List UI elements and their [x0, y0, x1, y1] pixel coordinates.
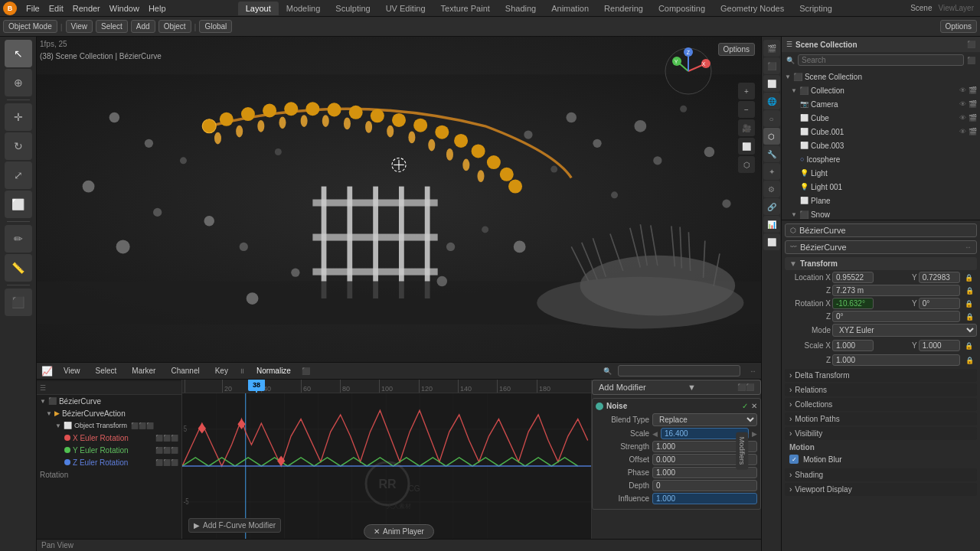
transform-selector[interactable]: Global [199, 20, 232, 33]
tree-render-col[interactable]: 🎬 [969, 86, 977, 94]
tree-item-scene-collection[interactable]: ▼ ⬛ Scene Collection [782, 70, 980, 83]
scene-search-input[interactable] [798, 54, 964, 66]
options-btn[interactable]: Options [940, 20, 977, 33]
select-btn[interactable]: Select [96, 20, 128, 33]
timeline-key-btn[interactable]: Key [211, 366, 233, 376]
tree-eye-cube[interactable]: 👁 [959, 114, 966, 122]
anim-player-btn[interactable]: ✕ Anim Player [364, 524, 434, 539]
menu-help[interactable]: Help [144, 2, 171, 15]
timeline-channel-btn[interactable]: Channel [166, 366, 204, 376]
tree-render-camera[interactable]: 🎬 [969, 100, 977, 108]
noise-enabled-check[interactable]: ✓ [742, 402, 748, 410]
prop-tab-physics[interactable]: ⚙ [763, 181, 780, 197]
channel-beziercurveaction[interactable]: ▼ ▶ BézierCurveAction [37, 407, 181, 419]
channel-beziercurve[interactable]: ▼ ⬛ BézierCurve [37, 395, 181, 407]
influence-value[interactable]: 1.000 [652, 493, 757, 504]
tree-eye-cube001[interactable]: 👁 [959, 128, 966, 135]
viewport-display-header[interactable]: › Viewport Display [785, 483, 977, 496]
prop-tab-object[interactable]: ⬡ [763, 128, 780, 145]
move-tool[interactable]: ✛ [5, 103, 32, 131]
collections-header[interactable]: › Collections [785, 398, 977, 411]
delta-transform-header[interactable]: › Delta Transform [785, 369, 977, 382]
fcurve-graph[interactable]: 20 40 60 80 100 120 140 160 180 38 [182, 380, 591, 539]
scale-y[interactable]: 1.000 [919, 340, 960, 351]
scale-z[interactable]: 1.000 [832, 354, 960, 366]
workspace-sculpting[interactable]: Sculpting [328, 2, 377, 15]
transform-tool[interactable]: ⬜ [5, 191, 32, 218]
timeline-normalize-btn[interactable]: Normalize [252, 366, 296, 376]
timeline-marker-btn[interactable]: Marker [127, 366, 160, 376]
motion-paths-header[interactable]: › Motion Paths [785, 412, 977, 425]
prop-tab-modifiers[interactable]: 🔧 [763, 145, 780, 162]
depth-value[interactable]: 0 [652, 480, 757, 491]
visibility-header[interactable]: › Visibility [785, 427, 977, 440]
add-btn[interactable]: Add [131, 20, 155, 33]
channel-y-euler[interactable]: Y Euler Rotation ⬛⬛⬛ [37, 444, 181, 456]
scale-x[interactable]: 1.000 [832, 340, 874, 351]
scale-tool[interactable]: ⤢ [5, 161, 32, 189]
workspace-compositing[interactable]: Compositing [651, 2, 713, 15]
annotate-tool[interactable]: ✏ [5, 225, 32, 253]
prop-tab-viewlayer[interactable]: ⬜ [763, 75, 780, 92]
tree-item-light[interactable]: 💡 Light [782, 166, 980, 180]
workspace-scripting[interactable]: Scripting [792, 2, 840, 15]
tree-render-cube001[interactable]: 🎬 [969, 128, 977, 135]
data-copy-icon[interactable]: ↔ [965, 243, 972, 251]
tree-item-camera[interactable]: 📷 Camera 👁 🎬 [782, 97, 980, 111]
tree-eye-camera[interactable]: 👁 [959, 100, 966, 108]
timeline-select-btn[interactable]: Select [91, 366, 122, 376]
menu-render[interactable]: Render [68, 2, 105, 15]
prop-tab-render[interactable]: 🎬 [763, 40, 780, 57]
viewport-options-btn[interactable]: Options [718, 43, 755, 56]
location-x[interactable]: 0.95522 [832, 272, 874, 283]
add-cube-tool[interactable]: ⬛ [5, 289, 32, 316]
timeline-search-input[interactable] [618, 365, 740, 377]
zoom-out-btn[interactable]: − [738, 101, 755, 118]
rotate-tool[interactable]: ↻ [5, 132, 32, 160]
noise-close-btn[interactable]: ✕ [751, 402, 757, 410]
prop-tab-material[interactable]: ⬜ [763, 233, 780, 250]
prop-tab-constraints[interactable]: 🔗 [763, 198, 780, 215]
menu-edit[interactable]: Edit [44, 2, 68, 15]
blend-type-select[interactable]: Replace [652, 413, 757, 426]
zoom-in-btn[interactable]: + [738, 83, 755, 99]
add-fcurve-modifier-btn[interactable]: ▶ Add F-Curve Modifier [188, 518, 281, 533]
menu-file[interactable]: File [21, 2, 44, 15]
tree-item-snow[interactable]: ▼ ⬛ Snow [782, 207, 980, 220]
modifiers-tab-label[interactable]: Modifiers [737, 432, 749, 470]
timeline-view-btn[interactable]: View [59, 366, 85, 376]
view-btn[interactable]: View [66, 20, 93, 33]
viewport-3d[interactable]: 1fps, 25 (38) Scene Collection | BézierC… [37, 37, 761, 363]
tree-item-cube003[interactable]: ⬜ Cube.003 [782, 139, 980, 152]
add-modifier-button[interactable]: Add Modifier ▼ ⬛⬛ [592, 380, 761, 395]
location-z[interactable]: 7.273 m [832, 285, 960, 296]
cursor-tool[interactable]: ⊕ [5, 69, 32, 96]
tree-item-plane[interactable]: ⬜ Plane [782, 194, 980, 207]
shading-header[interactable]: › Shading [785, 468, 977, 481]
prop-tab-output[interactable]: ⬛ [763, 57, 780, 74]
timeline-expand-icon[interactable]: ↔ [750, 367, 756, 375]
workspace-animation[interactable]: Animation [544, 2, 596, 15]
transform-section-header[interactable]: ▼ Transform [785, 257, 977, 270]
tree-item-collection[interactable]: ▼ ⬛ Collection 👁 🎬 [782, 83, 980, 97]
workspace-geometry-nodes[interactable]: Geometry Nodes [713, 2, 792, 15]
tree-item-icosphere[interactable]: ○ Icosphere [782, 152, 980, 166]
channel-x-euler[interactable]: X Euler Rotation ⬛⬛⬛ [37, 432, 181, 444]
tree-item-cube001[interactable]: ⬜ Cube.001 👁 🎬 [782, 125, 980, 139]
channel-objecttransform[interactable]: ▼ ⬜ Object Transform ⬛⬛⬛ [37, 419, 181, 432]
workspace-uv-editing[interactable]: UV Editing [378, 2, 433, 15]
workspace-shading[interactable]: Shading [498, 2, 544, 15]
prop-tab-world[interactable]: ○ [763, 110, 780, 127]
rotation-x[interactable]: -10.632° [832, 298, 874, 309]
channel-z-euler[interactable]: Z Euler Rotation ⬛⬛⬛ [37, 456, 181, 468]
motion-blur-checkbox[interactable]: ✓ [789, 455, 799, 464]
menu-window[interactable]: Window [105, 2, 144, 15]
tree-eye-col[interactable]: 👁 [959, 86, 966, 94]
rotation-y[interactable]: 0° [919, 298, 960, 309]
workspace-texture-paint[interactable]: Texture Paint [433, 2, 498, 15]
prop-tab-scene[interactable]: 🌐 [763, 93, 780, 109]
relations-header[interactable]: › Relations [785, 383, 977, 396]
mode-selector[interactable]: Object Mode [3, 20, 57, 33]
scale-increase[interactable]: ▶ [752, 430, 757, 438]
viewport-gizmo[interactable]: X Y Z [662, 44, 715, 99]
